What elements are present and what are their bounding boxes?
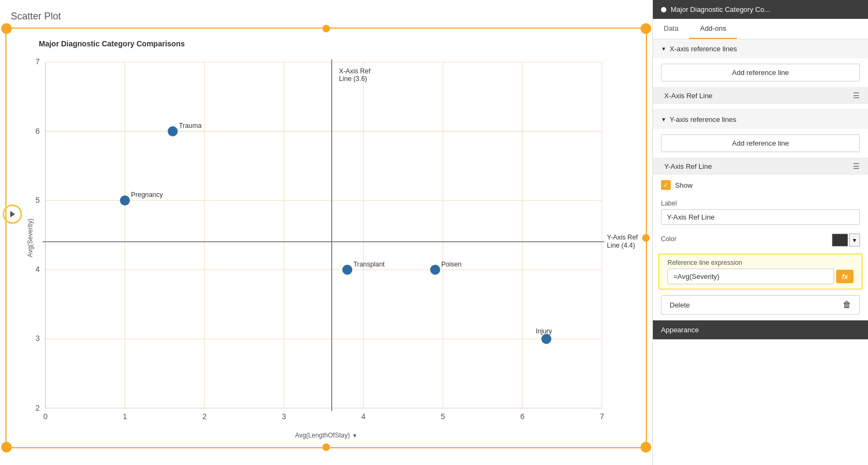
data-point-trauma[interactable] xyxy=(168,126,178,136)
panel-tabs: Data Add-ons xyxy=(653,19,868,39)
x-axis-section-content: Add reference line X-Axis Ref Line ☰ xyxy=(653,64,868,104)
show-label: Show xyxy=(675,181,860,189)
svg-text:Injury: Injury xyxy=(536,327,553,335)
data-point-pregnancy[interactable] xyxy=(120,195,130,206)
x-axis-arrow-icon xyxy=(661,46,666,52)
label-text-input[interactable] xyxy=(661,209,860,225)
svg-text:3: 3 xyxy=(282,412,286,421)
color-dropdown-icon[interactable]: ▼ xyxy=(849,234,860,247)
svg-text:0: 0 xyxy=(43,412,47,421)
left-arrow-icon xyxy=(10,211,15,217)
tab-addons[interactable]: Add-ons xyxy=(689,19,736,39)
svg-text:7: 7 xyxy=(600,412,604,421)
ref-expr-input[interactable] xyxy=(667,269,834,284)
chart-title: Scatter Plot xyxy=(11,11,647,22)
svg-text:2: 2 xyxy=(202,412,206,421)
x-axis-dropdown-icon[interactable]: ▼ xyxy=(352,433,357,439)
chart-svg: 2 3 4 5 6 7 0 1 2 3 4 5 6 7 X-Axis Ref xyxy=(6,29,646,447)
svg-text:6: 6 xyxy=(520,412,525,421)
handle-corner-tr[interactable] xyxy=(640,23,651,34)
x-axis-label: Avg(LengthOfStay) ▼ xyxy=(295,432,357,439)
svg-text:6: 6 xyxy=(36,126,40,135)
x-ref-line-label: X-Axis Ref Line xyxy=(664,92,713,100)
chart-container: Avg(Severity) Major Diagnostic Category … xyxy=(5,28,647,448)
color-field-label: Color xyxy=(661,235,677,243)
ref-expr-group: Reference line expression fx xyxy=(658,254,863,290)
x-ref-line-menu-icon[interactable]: ☰ xyxy=(853,91,860,100)
svg-text:Poisen: Poisen xyxy=(441,261,461,268)
appearance-section[interactable]: Appearance xyxy=(653,320,868,339)
panel-header-title: Major Diagnostic Category Co... xyxy=(671,5,770,13)
svg-text:Y-Axis Ref: Y-Axis Ref xyxy=(607,234,638,241)
delete-button[interactable]: Delete 🗑 xyxy=(661,295,860,314)
data-point-transplant[interactable] xyxy=(342,265,353,275)
delete-label: Delete xyxy=(670,301,690,309)
svg-text:4: 4 xyxy=(36,265,40,273)
right-panel: Major Diagnostic Category Co... Data Add… xyxy=(652,0,868,465)
label-field-group: Label xyxy=(653,195,868,229)
svg-text:Line (4.4): Line (4.4) xyxy=(607,242,635,249)
svg-text:2: 2 xyxy=(36,404,40,412)
x-axis-section-label: X-axis reference lines xyxy=(670,45,737,53)
svg-text:Trauma: Trauma xyxy=(179,122,202,129)
handle-corner-tl[interactable] xyxy=(1,23,12,34)
chart-area: Scatter Plot Avg(Severity) Major Diagnos… xyxy=(0,0,652,465)
color-row: Color ▼ xyxy=(653,229,868,251)
y-axis-ref-section: Y-axis reference lines Add reference lin… xyxy=(653,110,868,320)
svg-text:5: 5 xyxy=(36,196,40,204)
handle-mid-right[interactable] xyxy=(642,234,650,242)
ref-expr-label: Reference line expression xyxy=(667,259,853,266)
svg-text:Transplant: Transplant xyxy=(354,261,385,268)
svg-text:5: 5 xyxy=(441,412,445,421)
appearance-label: Appearance xyxy=(661,326,699,334)
x-axis-ref-section: X-axis reference lines Add reference lin… xyxy=(653,39,868,110)
handle-corner-bl[interactable] xyxy=(1,442,12,453)
svg-text:4: 4 xyxy=(361,412,366,421)
y-ref-line-label: Y-Axis Ref Line xyxy=(664,162,712,170)
color-box[interactable] xyxy=(832,234,848,247)
trash-icon: 🗑 xyxy=(843,300,851,310)
x-axis-ref-line-row[interactable]: X-Axis Ref Line ☰ xyxy=(653,87,868,104)
x-axis-section-header[interactable]: X-axis reference lines xyxy=(653,39,868,58)
svg-text:7: 7 xyxy=(36,57,40,66)
panel-header-dot xyxy=(661,7,666,12)
y-axis-section-content: Add reference line Y-Axis Ref Line ☰ Sho… xyxy=(653,134,868,314)
y-axis-arrow-icon xyxy=(661,117,666,122)
y-axis-section-header[interactable]: Y-axis reference lines xyxy=(653,110,868,129)
svg-text:X-Axis Ref: X-Axis Ref xyxy=(339,67,371,75)
tab-data[interactable]: Data xyxy=(653,19,689,39)
fx-button[interactable]: fx xyxy=(836,270,853,283)
show-row: Show xyxy=(653,175,868,195)
svg-text:Pregnancy: Pregnancy xyxy=(131,191,163,199)
show-checkbox[interactable] xyxy=(661,180,671,190)
left-expand-handle[interactable] xyxy=(3,204,22,224)
add-ref-line-y-button[interactable]: Add reference line xyxy=(661,134,860,152)
handle-mid-bottom[interactable] xyxy=(322,443,330,451)
ref-expr-input-row: fx xyxy=(667,269,853,284)
data-point-injury[interactable] xyxy=(541,334,552,344)
y-axis-section-label: Y-axis reference lines xyxy=(670,115,736,124)
handle-mid-top[interactable] xyxy=(322,25,330,32)
color-picker[interactable]: ▼ xyxy=(832,234,860,247)
panel-header: Major Diagnostic Category Co... xyxy=(653,0,868,19)
svg-text:1: 1 xyxy=(123,412,127,421)
add-ref-line-x-button[interactable]: Add reference line xyxy=(661,64,860,81)
svg-text:Line (3.6): Line (3.6) xyxy=(339,75,367,83)
y-axis-ref-line-row[interactable]: Y-Axis Ref Line ☰ xyxy=(653,158,868,175)
handle-corner-br[interactable] xyxy=(640,442,651,453)
data-point-poisen[interactable] xyxy=(430,265,440,275)
svg-text:3: 3 xyxy=(36,334,40,343)
y-ref-line-menu-icon[interactable]: ☰ xyxy=(853,162,860,170)
label-field-label: Label xyxy=(661,200,860,207)
